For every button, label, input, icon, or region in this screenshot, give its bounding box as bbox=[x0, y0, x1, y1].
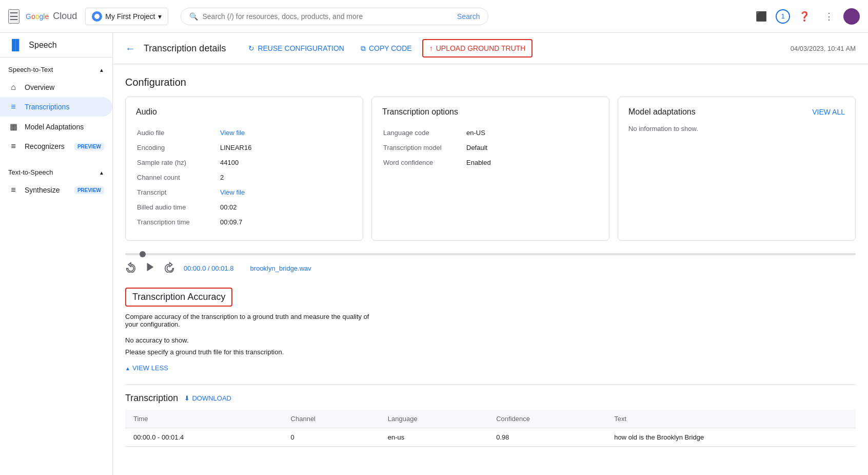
configuration-section: Configuration Audio Audio file View file… bbox=[125, 77, 856, 241]
back-button[interactable]: ← bbox=[125, 43, 135, 54]
col-header-channel: Channel bbox=[283, 410, 380, 428]
top-navigation: ☰ Google Cloud My First Project ▾ 🔍 Sear… bbox=[0, 0, 868, 33]
more-options-icon-button[interactable]: ⋮ bbox=[819, 6, 839, 27]
audio-card-title: Audio bbox=[136, 107, 352, 117]
sidebar-item-transcriptions[interactable]: ≡ Transcriptions bbox=[0, 97, 112, 117]
model-adaptations-card-title: Model adaptations VIEW ALL bbox=[628, 107, 845, 117]
rewind-button[interactable] bbox=[125, 261, 136, 275]
view-all-button[interactable]: VIEW ALL bbox=[812, 108, 845, 116]
sidebar: ▐▌ Speech Speech-to-Text ⌂ Overview ≡ Tr… bbox=[0, 33, 113, 475]
audio-card: Audio Audio file View file Encoding LINE… bbox=[125, 97, 363, 241]
terminal-icon-button[interactable]: ⬛ bbox=[751, 6, 772, 27]
text-to-speech-chevron-icon bbox=[99, 168, 104, 176]
transcription-model-label: Transcription model bbox=[383, 141, 465, 155]
language-code-label: Language code bbox=[383, 126, 465, 140]
accuracy-hint: Please specify a ground truth file for t… bbox=[125, 348, 856, 356]
search-bar: 🔍 Search bbox=[181, 8, 488, 25]
cell-language: en-us bbox=[380, 428, 488, 447]
content-area: Configuration Audio Audio file View file… bbox=[113, 64, 868, 471]
search-input[interactable] bbox=[202, 12, 453, 21]
search-magnifier-icon: 🔍 bbox=[189, 12, 198, 21]
audio-file-label: Audio file bbox=[137, 126, 219, 140]
configuration-title: Configuration bbox=[125, 77, 856, 88]
page-header: ← Transcription details ↻ REUSE CONFIGUR… bbox=[113, 33, 868, 64]
col-header-time: Time bbox=[125, 410, 283, 428]
model-adaptations-icon: ▦ bbox=[8, 122, 18, 131]
sidebar-item-label-synthesize: Synthesize bbox=[25, 186, 60, 194]
sidebar-item-model-adaptations[interactable]: ▦ Model Adaptations bbox=[0, 117, 112, 137]
audio-file-view-link[interactable]: View file bbox=[220, 129, 245, 137]
reuse-configuration-button[interactable]: ↻ REUSE CONFIGURATION bbox=[242, 40, 350, 56]
sidebar-item-recognizers[interactable]: ≡ Recognizers PREVIEW bbox=[0, 137, 112, 156]
project-name: My First Project bbox=[105, 12, 155, 21]
table-row: Language code en-US bbox=[383, 126, 598, 140]
cell-channel: 0 bbox=[283, 428, 380, 447]
speech-to-text-section: Speech-to-Text ⌂ Overview ≡ Transcriptio… bbox=[0, 58, 112, 160]
sample-rate-label: Sample rate (hz) bbox=[137, 156, 219, 169]
transcription-options-card: Transcription options Language code en-U… bbox=[371, 97, 609, 241]
overview-icon: ⌂ bbox=[8, 83, 18, 92]
play-button[interactable] bbox=[145, 261, 156, 275]
word-confidence-value: Enabled bbox=[466, 156, 598, 169]
text-to-speech-section: Text-to-Speech ≡ Synthesize PREVIEW bbox=[0, 160, 112, 204]
download-label: DOWNLOAD bbox=[192, 394, 231, 402]
audio-controls: 00:00.0 / 00:01.8 brooklyn_bridge.wav bbox=[125, 261, 856, 275]
audio-player: 00:00.0 / 00:01.8 brooklyn_bridge.wav bbox=[125, 253, 856, 275]
model-adaptations-card: Model adaptations VIEW ALL No informatio… bbox=[618, 97, 856, 241]
view-less-chevron-icon bbox=[125, 364, 130, 372]
billed-audio-label: Billed audio time bbox=[137, 200, 219, 214]
transcript-view-link[interactable]: View file bbox=[220, 188, 245, 196]
channel-count-value: 2 bbox=[220, 170, 351, 184]
user-avatar[interactable] bbox=[843, 8, 860, 25]
audio-info-table: Audio file View file Encoding LINEAR16 S… bbox=[136, 125, 352, 230]
reuse-config-icon: ↻ bbox=[248, 44, 254, 52]
audio-time-display: 00:00.0 / 00:01.8 bbox=[184, 264, 234, 272]
download-icon: ⬇ bbox=[184, 394, 190, 402]
main-content: ← Transcription details ↻ REUSE CONFIGUR… bbox=[113, 33, 868, 475]
synthesize-preview-badge: PREVIEW bbox=[74, 186, 104, 194]
hamburger-menu[interactable]: ☰ bbox=[8, 9, 19, 24]
table-row: Transcription time 00:09.7 bbox=[137, 215, 351, 229]
col-header-language: Language bbox=[380, 410, 488, 428]
transcription-model-value: Default bbox=[466, 141, 598, 155]
upload-ground-truth-button[interactable]: ↑ UPLOAD GROUND TRUTH bbox=[422, 39, 533, 58]
table-row: Word confidence Enabled bbox=[383, 156, 598, 169]
copy-code-button[interactable]: ⧉ COPY CODE bbox=[354, 40, 418, 57]
transcript-label: Transcript bbox=[137, 185, 219, 199]
speech-to-text-header[interactable]: Speech-to-Text bbox=[0, 62, 112, 78]
help-icon-button[interactable]: ❓ bbox=[794, 6, 815, 27]
notification-badge[interactable]: 1 bbox=[776, 9, 790, 24]
table-row: Transcript View file bbox=[137, 185, 351, 199]
google-cloud-logo[interactable]: Google Cloud bbox=[26, 11, 77, 22]
no-info-text: No information to show. bbox=[628, 125, 845, 132]
search-button[interactable]: Search bbox=[457, 12, 480, 21]
sidebar-item-synthesize[interactable]: ≡ Synthesize PREVIEW bbox=[0, 180, 112, 200]
transcription-options-card-title: Transcription options bbox=[382, 107, 599, 117]
encoding-label: Encoding bbox=[137, 141, 219, 155]
transcription-data-table: Time Channel Language Confidence Text 00… bbox=[125, 410, 856, 447]
sample-rate-value: 44100 bbox=[220, 156, 351, 169]
transcription-time-value: 00:09.7 bbox=[220, 215, 351, 229]
text-to-speech-header[interactable]: Text-to-Speech bbox=[0, 164, 112, 180]
transcriptions-icon: ≡ bbox=[8, 102, 18, 111]
sidebar-item-overview[interactable]: ⌂ Overview bbox=[0, 78, 112, 97]
word-confidence-label: Word confidence bbox=[383, 156, 465, 169]
view-less-button[interactable]: VIEW LESS bbox=[125, 364, 168, 372]
sidebar-app-title: Speech bbox=[29, 41, 56, 50]
project-icon bbox=[92, 11, 102, 22]
transcription-section-header: Transcription ⬇ DOWNLOAD bbox=[125, 393, 856, 404]
speech-to-text-label: Speech-to-Text bbox=[8, 66, 53, 73]
header-actions: ↻ REUSE CONFIGURATION ⧉ COPY CODE ↑ UPLO… bbox=[242, 39, 532, 58]
forward-button[interactable] bbox=[164, 261, 175, 275]
table-row: Audio file View file bbox=[137, 126, 351, 140]
encoding-value: LINEAR16 bbox=[220, 141, 351, 155]
audio-progress-bar[interactable] bbox=[125, 253, 856, 255]
sidebar-item-label-recognizers: Recognizers bbox=[25, 142, 65, 150]
recognizers-icon: ≡ bbox=[8, 142, 18, 151]
download-button[interactable]: ⬇ DOWNLOAD bbox=[184, 394, 231, 402]
google-logo-text: Google bbox=[26, 12, 49, 21]
accuracy-no-data: No accuracy to show. bbox=[125, 336, 856, 344]
audio-progress-indicator bbox=[140, 251, 146, 257]
table-header-row: Time Channel Language Confidence Text bbox=[125, 410, 856, 428]
project-selector[interactable]: My First Project ▾ bbox=[85, 8, 168, 25]
